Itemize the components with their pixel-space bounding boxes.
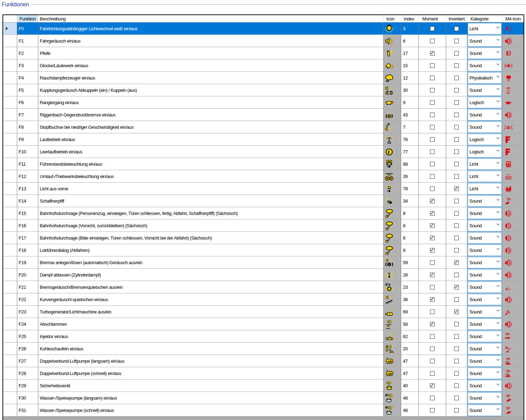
svg-text:AIR: AIR	[387, 360, 392, 363]
svg-text:AIR: AIR	[387, 372, 392, 376]
